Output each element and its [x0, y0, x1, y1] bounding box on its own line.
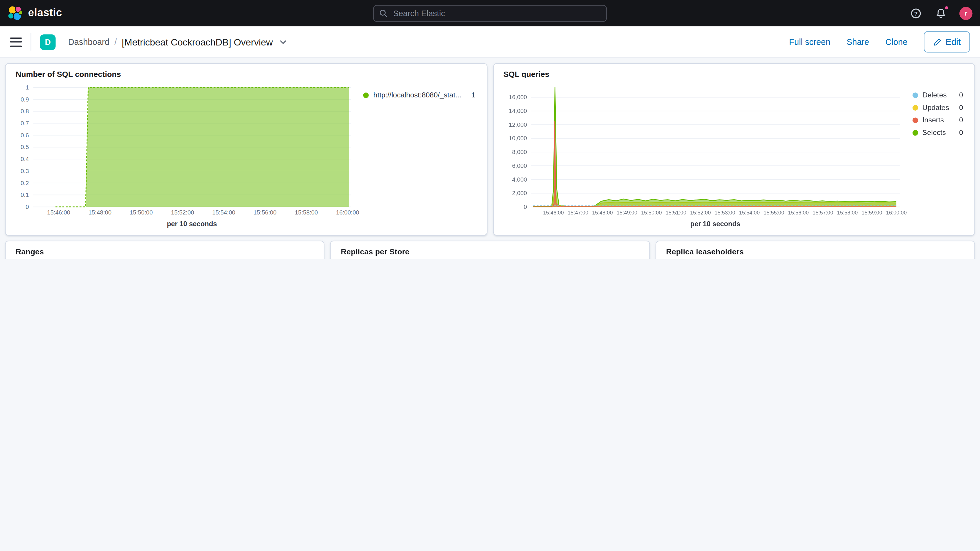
legend-color-dot — [364, 92, 369, 98]
svg-text:15:51:00: 15:51:00 — [665, 210, 686, 216]
legend-value: 0 — [949, 91, 963, 99]
top-navigation-bar: elastic ? r — [0, 0, 980, 26]
panel-title: Ranges — [16, 248, 314, 256]
svg-text:15:47:00: 15:47:00 — [567, 210, 588, 216]
pencil-icon — [933, 38, 941, 46]
brand-name: elastic — [28, 7, 62, 19]
legend-item[interactable]: Selects0 — [912, 126, 963, 139]
legend-color-dot — [912, 130, 918, 135]
chart-legend: http://localhost:8080/_stat...1 — [355, 83, 477, 101]
help-icon[interactable]: ? — [909, 7, 922, 19]
chart-legend: Deletes0Updates0Inserts0Selects0 — [904, 83, 964, 139]
legend-value: 0 — [949, 116, 963, 124]
svg-text:15:54:00: 15:54:00 — [739, 210, 759, 216]
panel-replicas-per-store: Replicas per Store 0102030405060708015:4… — [330, 240, 650, 259]
svg-text:12,000: 12,000 — [509, 121, 527, 128]
legend-value: 1 — [461, 91, 475, 99]
page-title: [Metricbeat CockroachDB] Overview — [122, 37, 273, 47]
svg-text:1: 1 — [25, 84, 29, 91]
svg-text:0.2: 0.2 — [21, 180, 29, 186]
legend-item[interactable]: Inserts0 — [912, 114, 963, 126]
search-icon — [379, 9, 388, 17]
legend-label: Updates — [922, 104, 949, 111]
svg-text:4,000: 4,000 — [512, 176, 527, 183]
svg-text:15:55:00: 15:55:00 — [763, 210, 784, 216]
panel-ranges: Ranges 0102030405060708015:46:0015:48:00… — [5, 240, 325, 259]
legend-label: Inserts — [922, 116, 944, 124]
legend-label: http://localhost:8080/_stat... — [374, 91, 461, 99]
svg-text:2,000: 2,000 — [512, 190, 527, 196]
svg-text:?: ? — [914, 10, 918, 16]
chevron-down-icon[interactable] — [280, 40, 286, 44]
panel-replica-leaseholders: Replica leaseholders 0102030405060708015… — [655, 240, 975, 259]
svg-text:15:53:00: 15:53:00 — [714, 210, 735, 216]
panel-sql-queries: SQL queries 02,0004,0006,0008,00010,0001… — [493, 63, 975, 236]
elastic-home-link[interactable]: elastic — [8, 5, 62, 21]
breadcrumb: Dashboard / [Metricbeat CockroachDB] Ove… — [68, 37, 286, 47]
svg-text:0: 0 — [25, 204, 29, 210]
breadcrumb-separator: / — [115, 37, 117, 47]
legend-value: 0 — [949, 129, 963, 137]
full-screen-link[interactable]: Full screen — [789, 37, 830, 47]
svg-text:15:59:00: 15:59:00 — [861, 210, 882, 216]
legend-color-dot — [912, 117, 918, 123]
legend-color-dot — [912, 105, 918, 110]
svg-text:0.3: 0.3 — [21, 168, 29, 174]
legend-item[interactable]: Deletes0 — [912, 89, 963, 101]
panel-title: Number of SQL connections — [16, 70, 477, 79]
svg-text:16:00:00: 16:00:00 — [886, 210, 906, 216]
svg-text:15:57:00: 15:57:00 — [812, 210, 833, 216]
newsfeed-bell-icon[interactable] — [934, 7, 947, 19]
clone-link[interactable]: Clone — [885, 37, 907, 47]
svg-text:0.1: 0.1 — [21, 191, 29, 198]
svg-text:0.6: 0.6 — [21, 132, 29, 139]
divider — [30, 33, 31, 51]
svg-text:8,000: 8,000 — [512, 149, 527, 155]
svg-text:0: 0 — [523, 204, 527, 210]
svg-text:15:48:00: 15:48:00 — [88, 209, 111, 216]
svg-text:0.9: 0.9 — [21, 96, 29, 103]
svg-text:15:56:00: 15:56:00 — [253, 209, 277, 216]
x-axis-label: per 10 seconds — [531, 220, 900, 230]
svg-text:15:46:00: 15:46:00 — [47, 209, 70, 216]
legend-value: 0 — [949, 104, 963, 111]
elastic-logo — [8, 5, 23, 21]
legend-label: Selects — [922, 129, 946, 137]
svg-text:15:50:00: 15:50:00 — [130, 209, 153, 216]
notification-dot — [945, 6, 949, 10]
kibana-app: elastic ? r — [0, 0, 980, 259]
sql-queries-area-chart[interactable]: 02,0004,0006,0008,00010,00012,00014,0001… — [503, 83, 904, 217]
svg-text:15:46:00: 15:46:00 — [543, 210, 563, 216]
svg-text:15:49:00: 15:49:00 — [616, 210, 637, 216]
svg-text:16:00:00: 16:00:00 — [336, 209, 359, 216]
legend-item[interactable]: http://localhost:8080/_stat...1 — [364, 89, 475, 101]
menu-icon[interactable] — [10, 37, 22, 47]
breadcrumb-dashboard-link[interactable]: Dashboard — [68, 37, 110, 47]
svg-text:0.4: 0.4 — [21, 156, 29, 162]
legend-item[interactable]: Updates0 — [912, 101, 963, 114]
legend-label: Deletes — [922, 91, 947, 99]
edit-button[interactable]: Edit — [924, 32, 970, 53]
svg-text:0.5: 0.5 — [21, 144, 29, 150]
share-link[interactable]: Share — [846, 37, 869, 47]
svg-text:15:48:00: 15:48:00 — [592, 210, 612, 216]
space-avatar-badge: D — [40, 34, 56, 49]
svg-text:15:56:00: 15:56:00 — [788, 210, 808, 216]
svg-text:15:50:00: 15:50:00 — [641, 210, 661, 216]
legend-color-dot — [912, 92, 918, 98]
svg-text:15:54:00: 15:54:00 — [212, 209, 235, 216]
dashboard-header-bar: D Dashboard / [Metricbeat CockroachDB] O… — [0, 26, 980, 58]
svg-text:6,000: 6,000 — [512, 162, 527, 169]
header-actions: Full screen Share Clone Edit — [789, 32, 970, 53]
global-search[interactable] — [373, 5, 607, 22]
svg-text:15:58:00: 15:58:00 — [837, 210, 858, 216]
svg-text:15:52:00: 15:52:00 — [690, 210, 710, 216]
sql-connections-area-chart[interactable]: 00.10.20.30.40.50.60.70.80.9115:46:0015:… — [16, 83, 355, 217]
panel-number-of-sql-connections: Number of SQL connections 00.10.20.30.40… — [5, 63, 487, 236]
search-input[interactable] — [392, 8, 601, 19]
topbar-right-cluster: ? r — [909, 6, 972, 20]
panel-title: Replicas per Store — [341, 248, 640, 256]
svg-text:16,000: 16,000 — [509, 94, 527, 100]
user-avatar[interactable]: r — [959, 6, 973, 20]
svg-text:10,000: 10,000 — [509, 135, 527, 142]
